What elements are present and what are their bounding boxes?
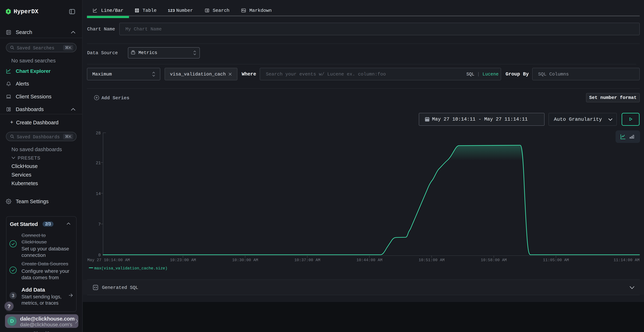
- svg-text:May 27 10:14:00 AM: May 27 10:14:00 AM: [87, 258, 130, 262]
- svg-text:10:44:00 AM: 10:44:00 AM: [356, 258, 382, 262]
- svg-text:11:14:00 AM: 11:14:00 AM: [614, 258, 640, 262]
- svg-text:10:37:00 AM: 10:37:00 AM: [294, 258, 320, 262]
- svg-text:11:05:00 AM: 11:05:00 AM: [543, 258, 569, 262]
- svg-text:7: 7: [98, 222, 101, 227]
- svg-text:28: 28: [96, 131, 101, 136]
- svg-text:max(visa_validation_cache.size: max(visa_validation_cache.size): [94, 266, 168, 271]
- svg-text:10:58:00 AM: 10:58:00 AM: [481, 258, 507, 262]
- svg-text:0: 0: [98, 253, 101, 258]
- svg-text:10:23:00 AM: 10:23:00 AM: [170, 258, 196, 262]
- svg-text:10:51:00 AM: 10:51:00 AM: [418, 258, 444, 262]
- svg-text:21: 21: [96, 161, 101, 166]
- svg-text:10:30:00 AM: 10:30:00 AM: [232, 258, 258, 262]
- svg-text:14: 14: [96, 192, 101, 196]
